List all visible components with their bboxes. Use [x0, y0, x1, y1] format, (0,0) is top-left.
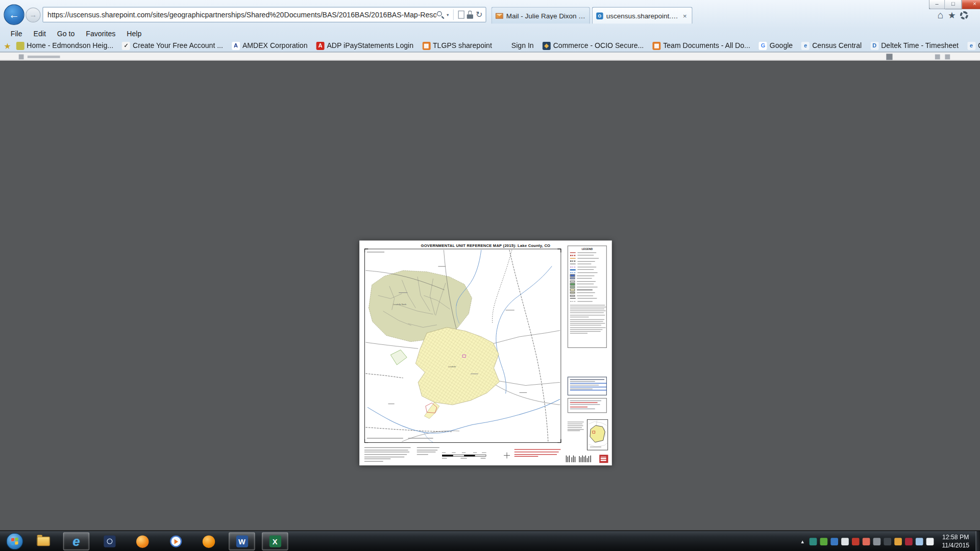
clock-date: 11/4/2015 [938, 541, 974, 549]
system-tray: ▴ [799, 531, 934, 551]
volume-icon[interactable] [926, 538, 934, 545]
table-line [570, 381, 595, 382]
favorite-census-central-3[interactable]: eCensus Central (3) [967, 41, 980, 49]
internet-explorer-icon: e [72, 534, 80, 548]
legend-label-placeholder [577, 292, 595, 293]
firefox-taskbar-button[interactable] [129, 532, 155, 550]
app-window-taskbar-button[interactable] [96, 532, 122, 550]
home-favicon [16, 41, 24, 49]
tray-orange-icon[interactable] [894, 538, 902, 545]
favorite-commerce-ocio[interactable]: ◆Commerce - OCIO Secure... [543, 41, 644, 49]
text-line-placeholder [568, 425, 583, 426]
favorite-deltek[interactable]: DDeltek Time - Timesheet [870, 41, 959, 49]
tray-dark-icon[interactable] [884, 538, 891, 545]
favorite-team-documents[interactable]: ▦Team Documents - All Do... [652, 41, 750, 49]
footer-disclaimer-red-text [514, 449, 562, 459]
text-line-placeholder [364, 449, 408, 450]
text-line-placeholder [417, 447, 439, 448]
tray-blue-icon[interactable] [830, 538, 838, 545]
refresh-icon[interactable]: ↻ [476, 10, 482, 19]
favorites-star-icon[interactable]: ★ [948, 10, 955, 20]
text-line-placeholder [364, 447, 411, 448]
tab-mail[interactable]: Mail - Julie Raye Dixon (CENS... [491, 7, 590, 23]
favorite-sign-in[interactable]: Sign In [501, 41, 534, 49]
tray-gray-icon[interactable] [873, 538, 881, 545]
menu-file[interactable]: File [5, 30, 28, 38]
favorite-adp[interactable]: AADP iPayStatements Login [316, 41, 413, 49]
orange-app-taskbar-button[interactable] [195, 532, 222, 550]
minimize-button[interactable]: – [929, 0, 945, 9]
favorite-label: Sign In [511, 42, 534, 49]
search-dropdown-caret-icon[interactable]: ▾ [447, 12, 449, 17]
compatibility-page-icon[interactable] [458, 11, 464, 19]
footer-barcode-marks [566, 455, 593, 463]
tray-red-icon[interactable] [852, 538, 860, 545]
tab-close-icon[interactable]: × [681, 12, 688, 19]
favorite-census-central[interactable]: eCensus Central [801, 41, 862, 49]
menu-favorites[interactable]: Favorites [80, 30, 121, 38]
legend-swatch [570, 278, 575, 280]
address-url[interactable]: https://uscensus.sharepoint.com/sites/ge… [47, 11, 436, 18]
tray-crimson-icon[interactable] [905, 538, 913, 545]
word-taskbar-button[interactable]: W [229, 532, 255, 550]
excel-icon: X [269, 535, 281, 547]
forward-button[interactable]: → [26, 8, 40, 22]
legend-swatch [570, 272, 576, 273]
table-line [570, 409, 595, 409]
text-line-placeholder [570, 319, 604, 319]
gear-icon[interactable] [960, 11, 968, 19]
menu-help[interactable]: Help [121, 30, 147, 38]
excel-taskbar-button[interactable]: X [262, 532, 288, 550]
folder-icon [37, 537, 50, 546]
favorite-home-edmondson[interactable]: Home - Edmondson Heig... [16, 41, 113, 49]
legend-label-placeholder [577, 267, 596, 267]
search-icon[interactable] [436, 11, 444, 19]
media-player-taskbar-button[interactable] [162, 532, 188, 550]
favorite-create-account[interactable]: ✓Create Your Free Account ... [122, 41, 223, 49]
favorite-amdex[interactable]: AAMDEX Corporation [232, 41, 307, 49]
graticule-cross-icon [504, 453, 510, 459]
commerce-favicon: ◆ [543, 41, 551, 49]
tray-rose-icon[interactable] [863, 538, 870, 545]
show-hidden-icons-chevron[interactable]: ▴ [799, 538, 806, 545]
restore-button[interactable]: □ [945, 0, 962, 9]
favorite-tlgps-sharepoint[interactable]: ▦TLGPS sharepoint [422, 41, 492, 49]
menu-edit[interactable]: Edit [28, 30, 52, 38]
favorites-bar-star-icon[interactable]: ★ [4, 41, 11, 50]
tray-silver-icon[interactable] [841, 538, 849, 545]
security-lock-icon[interactable] [467, 11, 473, 19]
taskbar-clock[interactable]: 12:58 PM 11/4/2015 [938, 533, 974, 549]
text-line-placeholder [570, 325, 601, 325]
legend-label-placeholder [577, 255, 594, 256]
text-line-placeholder [568, 423, 582, 424]
back-button[interactable]: ← [4, 5, 24, 25]
table-line [570, 383, 607, 383]
table-line [570, 405, 600, 405]
partial-page-fragment [19, 55, 24, 60]
tab-sharepoint[interactable]: uscensus.sharepoint.com × [592, 7, 693, 23]
tray-teal-icon[interactable] [810, 538, 817, 545]
text-line-placeholder [514, 456, 538, 457]
text-line-placeholder [514, 449, 561, 449]
legend-swatch [570, 286, 575, 288]
map-document-page: GOVERNMENTAL UNIT REFERENCE MAP (2015): … [359, 240, 612, 465]
network-icon[interactable] [916, 538, 923, 545]
mail-favicon [496, 13, 503, 18]
window-controls: – □ × [929, 0, 980, 9]
start-button[interactable] [6, 533, 23, 549]
close-button[interactable]: × [962, 0, 980, 9]
favorite-google[interactable]: GGoogle [759, 41, 793, 49]
home-icon[interactable]: ⌂ [938, 9, 944, 20]
partial-page-strip [0, 53, 980, 61]
legend-swatch [570, 274, 575, 277]
text-line-placeholder [570, 333, 587, 334]
desktop: ← → https://uscensus.sharepoint.com/site… [0, 0, 980, 551]
sharepoint-favicon: ▦ [652, 41, 660, 49]
windows-explorer-taskbar-button[interactable] [30, 532, 56, 550]
tray-green-icon[interactable] [820, 538, 828, 545]
menu-goto[interactable]: Go to [52, 30, 80, 38]
internet-explorer-taskbar-button[interactable]: e [63, 532, 89, 550]
text-line-placeholder [417, 449, 437, 450]
show-desktop-button[interactable] [975, 531, 980, 551]
address-bar[interactable]: https://uscensus.sharepoint.com/sites/ge… [42, 7, 486, 22]
